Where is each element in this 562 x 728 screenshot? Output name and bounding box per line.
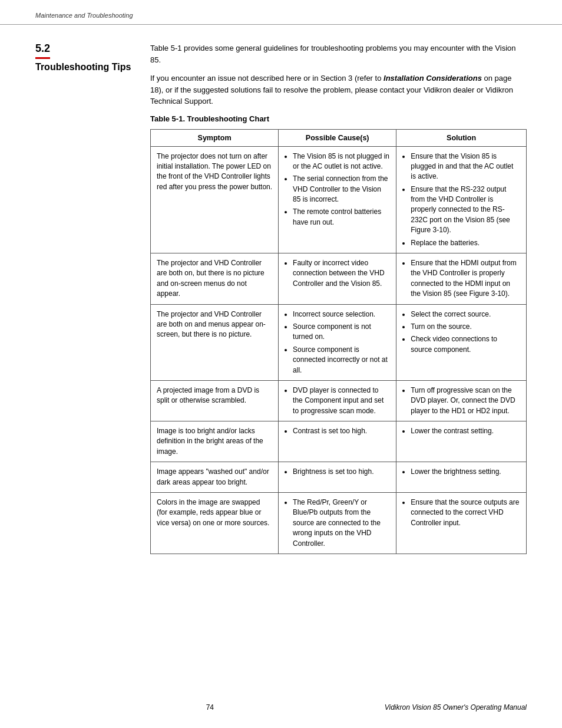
section-title: Troubleshooting Tips [35, 61, 133, 73]
footer: 74 Vidikron Vision 85 Owner's Operating … [35, 703, 527, 711]
section-number-underline: 5.2 [35, 42, 50, 59]
cause-cell: Brightness is set too high. [279, 462, 396, 493]
solution-item: Turn on the source. [411, 322, 520, 332]
col-header-solution: Solution [396, 129, 527, 146]
solution-cell: Lower the brightness setting. [396, 462, 527, 493]
table-row: A projected image from a DVD is split or… [151, 380, 527, 421]
cause-cell: Faulty or incorrect video connection bet… [279, 253, 396, 305]
solution-cell: Ensure that the Vision 85 is plugged in … [396, 146, 527, 253]
top-bar: Maintenance and Troubleshooting [0, 0, 562, 25]
cause-item: The Red/Pr, Green/Y or Blue/Pb outputs f… [293, 498, 390, 549]
content: 5.2 Troubleshooting Tips Table 5-1 provi… [0, 25, 562, 601]
solution-item: Select the correct source. [411, 309, 520, 319]
solution-item: Check video connections to source compon… [411, 334, 520, 355]
cause-item: Source component is connected incorrectl… [293, 345, 390, 375]
cause-item: Faulty or incorrect video connection bet… [293, 258, 390, 289]
solution-item: Lower the brightness setting. [411, 467, 520, 477]
cause-item: Brightness is set too high. [293, 467, 390, 477]
cause-cell: DVD player is connected to the Component… [279, 380, 396, 421]
symptom-cell: Image is too bright and/or lacks definit… [151, 421, 279, 462]
solution-cell: Select the correct source.Turn on the so… [396, 304, 527, 380]
solution-cell: Turn off progressive scan on the DVD pla… [396, 380, 527, 421]
symptom-cell: The projector does not turn on after ini… [151, 146, 279, 253]
solution-item: Ensure that the Vision 85 is plugged in … [411, 151, 520, 182]
table-row: Image appears "washed out" and/or dark a… [151, 462, 527, 493]
table-row: The projector and VHD Controller are bot… [151, 253, 527, 305]
breadcrumb: Maintenance and Troubleshooting [35, 12, 133, 19]
symptom-cell: The projector and VHD Controller are bot… [151, 253, 279, 305]
cause-cell: Incorrect source selection.Source compon… [279, 304, 396, 380]
troubleshooting-table: Symptom Possible Cause(s) Solution The p… [150, 129, 527, 555]
table-title: Table 5-1. Troubleshooting Chart [150, 114, 527, 123]
symptom-cell: A projected image from a DVD is split or… [151, 380, 279, 421]
cause-item: Contrast is set too high. [293, 426, 390, 436]
section-number: 5.2 [35, 42, 50, 55]
cause-cell: The Vision 85 is not plugged in or the A… [279, 146, 396, 253]
footer-right: Vidikron Vision 85 Owner's Operating Man… [385, 703, 527, 711]
solution-cell: Lower the contrast setting. [396, 421, 527, 462]
table-row: The projector does not turn on after ini… [151, 146, 527, 253]
intro-para1: Table 5-1 provides some general guidelin… [150, 42, 527, 65]
intro-para2-start: If you encounter an issue not described … [150, 74, 384, 83]
cause-item: Source component is not turned on. [293, 322, 390, 342]
intro-para2: If you encounter an issue not described … [150, 73, 527, 107]
intro-para2-bold: Installation Considerations [384, 74, 482, 83]
solution-cell: Ensure that the source outputs are conne… [396, 493, 527, 554]
cause-item: DVD player is connected to the Component… [293, 386, 390, 416]
cause-item: Incorrect source selection. [293, 309, 390, 319]
section-layout: 5.2 Troubleshooting Tips Table 5-1 provi… [35, 42, 527, 554]
section-heading: 5.2 Troubleshooting Tips [35, 42, 133, 554]
symptom-cell: The projector and VHD Controller are bot… [151, 304, 279, 380]
page: Maintenance and Troubleshooting 5.2 Trou… [0, 0, 562, 728]
solution-item: Ensure that the HDMI output from the VHD… [411, 258, 520, 299]
table-row: Colors in the image are swapped (for exa… [151, 493, 527, 554]
col-header-symptom: Symptom [151, 129, 279, 146]
cause-cell: Contrast is set too high. [279, 421, 396, 462]
solution-item: Ensure that the source outputs are conne… [411, 498, 520, 528]
table-row: The projector and VHD Controller are bot… [151, 304, 527, 380]
cause-item: The serial connection from the VHD Contr… [293, 174, 390, 205]
solution-item: Ensure that the RS-232 output from the V… [411, 185, 520, 236]
symptom-cell: Image appears "washed out" and/or dark a… [151, 462, 279, 493]
col-header-cause: Possible Cause(s) [279, 129, 396, 146]
solution-item: Lower the contrast setting. [411, 426, 520, 436]
cause-item: The Vision 85 is not plugged in or the A… [293, 151, 390, 172]
table-row: Image is too bright and/or lacks definit… [151, 421, 527, 462]
table-header-row: Symptom Possible Cause(s) Solution [151, 129, 527, 146]
cause-item: The remote control batteries have run ou… [293, 207, 390, 228]
solution-item: Turn off progressive scan on the DVD pla… [411, 386, 520, 416]
section-body: Table 5-1 provides some general guidelin… [150, 42, 527, 554]
solution-cell: Ensure that the HDMI output from the VHD… [396, 253, 527, 305]
solution-item: Replace the batteries. [411, 238, 520, 248]
cause-cell: The Red/Pr, Green/Y or Blue/Pb outputs f… [279, 493, 396, 554]
page-number: 74 [35, 703, 385, 711]
symptom-cell: Colors in the image are swapped (for exa… [151, 493, 279, 554]
